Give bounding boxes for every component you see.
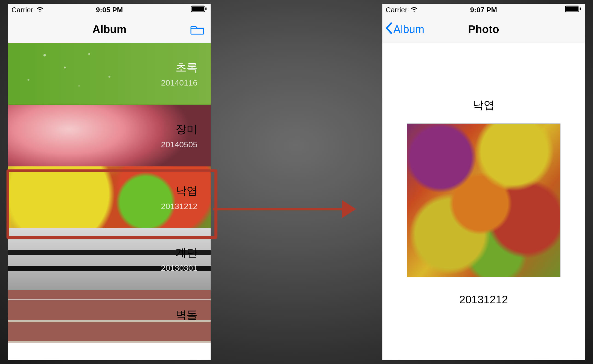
carrier-label: Carrier xyxy=(386,6,407,14)
nav-title: Album xyxy=(92,23,126,36)
album-row[interactable]: 장미 20140505 xyxy=(8,105,211,166)
back-button[interactable]: Album xyxy=(382,22,424,37)
album-row[interactable]: 초록 20140116 xyxy=(8,43,211,105)
phone-album: Carrier 9:05 PM Album 초록 20140116 장미 201… xyxy=(8,4,211,360)
svg-rect-1 xyxy=(192,7,204,11)
clock-label: 9:07 PM xyxy=(470,6,497,14)
clock-label: 9:05 PM xyxy=(96,6,123,14)
photo-title: 낙엽 xyxy=(382,98,585,113)
folder-button[interactable] xyxy=(190,24,205,35)
nav-bar: Album xyxy=(8,16,211,43)
status-bar: Carrier 9:05 PM xyxy=(8,4,211,16)
svg-rect-4 xyxy=(566,7,579,11)
row-title: 장미 xyxy=(176,122,197,137)
nav-bar: Album Photo xyxy=(382,16,585,43)
album-row[interactable]: 벽돌 xyxy=(8,290,211,343)
phone-photo: Carrier 9:07 PM Album Photo 낙엽 20131212 xyxy=(382,4,585,360)
chevron-left-icon xyxy=(385,22,392,37)
row-date: 20131212 xyxy=(161,202,197,211)
carrier-label: Carrier xyxy=(11,6,33,14)
photo-image[interactable] xyxy=(407,124,560,277)
row-date: 20130301 xyxy=(161,263,197,273)
battery-icon xyxy=(191,6,207,14)
wifi-icon xyxy=(410,6,418,14)
album-row[interactable]: 낙엽 20131212 xyxy=(8,166,211,228)
album-row[interactable]: 계단 20130301 xyxy=(8,228,211,290)
status-bar: Carrier 9:07 PM xyxy=(382,4,585,16)
wifi-icon xyxy=(36,6,44,14)
svg-rect-2 xyxy=(205,8,207,10)
row-title: 초록 xyxy=(176,60,197,75)
row-date: 20140116 xyxy=(161,78,197,87)
annotation-arrow xyxy=(213,197,358,221)
album-list[interactable]: 초록 20140116 장미 20140505 낙엽 20131212 계단 2… xyxy=(8,43,211,343)
row-title: 계단 xyxy=(176,245,197,260)
row-title: 낙엽 xyxy=(176,183,197,198)
row-title: 벽돌 xyxy=(176,307,197,322)
battery-icon xyxy=(565,6,581,14)
photo-detail: 낙엽 20131212 xyxy=(382,43,585,306)
folder-icon xyxy=(190,24,205,35)
row-date: 20140505 xyxy=(161,140,197,149)
back-label: Album xyxy=(393,23,424,36)
photo-date: 20131212 xyxy=(382,293,585,306)
nav-title: Photo xyxy=(468,23,499,36)
svg-rect-5 xyxy=(580,8,581,10)
